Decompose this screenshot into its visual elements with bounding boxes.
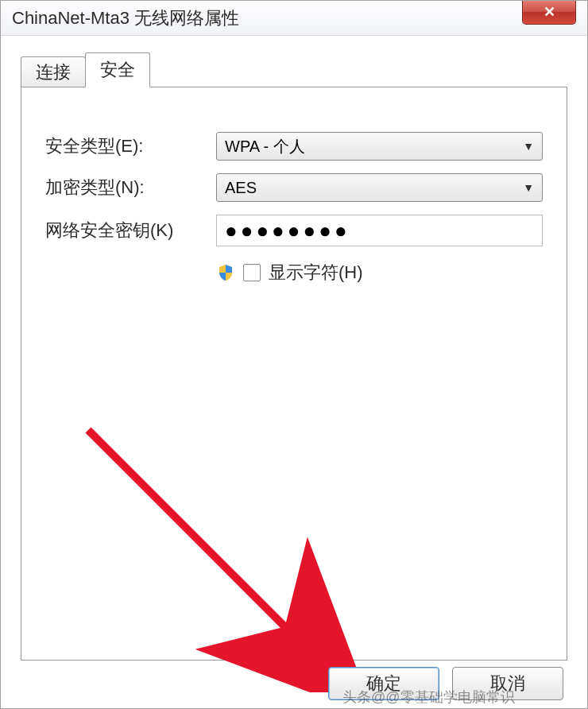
encryption-type-value: AES [225,179,257,197]
tab-strip: 连接 安全 [21,52,567,87]
uac-shield-icon [216,263,235,282]
security-type-label: 安全类型(E): [45,134,216,158]
row-show-chars: 显示字符(H) [216,261,543,285]
tab-connect-label: 连接 [36,60,71,84]
close-icon: ✕ [544,3,555,21]
dialog-window: ChinaNet-Mta3 无线网络属性 ✕ 连接 安全 安全类型(E): WP… [0,0,588,709]
encryption-type-label: 加密类型(N): [45,176,216,200]
tab-container: 连接 安全 安全类型(E): WPA - 个人 ▼ 加密类型(N): AES ▼ [21,52,567,661]
network-key-masked: ●●●●●●●● [225,220,350,241]
network-key-label: 网络安全密钥(K) [45,219,216,242]
watermark-text: 头条@@零基础学电脑常识 [342,688,515,707]
row-network-key: 网络安全密钥(K) ●●●●●●●● [45,215,543,246]
row-encryption-type: 加密类型(N): AES ▼ [45,173,543,202]
security-type-value: WPA - 个人 [225,136,305,157]
close-button[interactable]: ✕ [522,1,576,25]
tab-security[interactable]: 安全 [85,52,150,87]
encryption-type-combo[interactable]: AES ▼ [216,173,543,202]
window-title: ChinaNet-Mta3 无线网络属性 [12,6,239,30]
show-chars-checkbox[interactable] [243,264,261,281]
security-type-combo[interactable]: WPA - 个人 ▼ [216,132,543,161]
tab-panel-security: 安全类型(E): WPA - 个人 ▼ 加密类型(N): AES ▼ 网络安全密… [21,87,567,661]
chevron-down-icon: ▼ [523,181,534,194]
titlebar: ChinaNet-Mta3 无线网络属性 ✕ [1,1,587,36]
show-chars-label: 显示字符(H) [269,261,363,285]
tab-connect[interactable]: 连接 [21,56,86,87]
chevron-down-icon: ▼ [523,140,534,153]
row-security-type: 安全类型(E): WPA - 个人 ▼ [45,132,543,161]
network-key-input[interactable]: ●●●●●●●● [216,215,543,246]
tab-security-label: 安全 [100,58,135,82]
